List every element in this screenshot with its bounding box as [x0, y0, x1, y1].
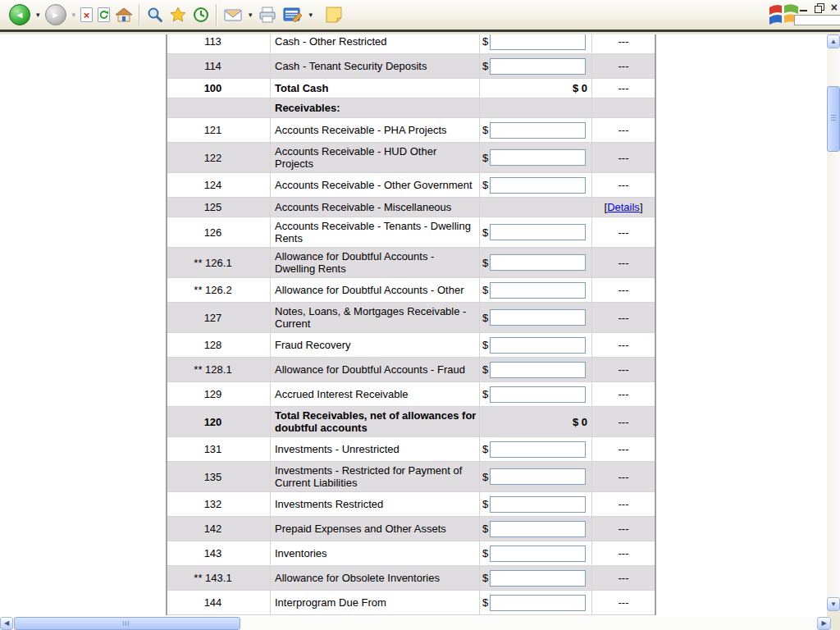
history-button[interactable]	[189, 2, 212, 28]
table-row: 113Cash - Other Restricted$---	[167, 34, 655, 54]
amount-input[interactable]	[490, 546, 586, 562]
vertical-scrollbar-thumb[interactable]	[827, 86, 840, 152]
table-row: 124Accounts Receivable - Other Governmen…	[167, 173, 655, 198]
print-button[interactable]	[255, 2, 280, 28]
status-cell: ---	[591, 358, 655, 381]
scroll-down-button[interactable]: ▼	[827, 597, 840, 611]
line-item-number: 142	[167, 517, 270, 541]
status-cell: [Details]	[591, 198, 655, 217]
amount-input[interactable]	[490, 570, 586, 587]
chevron-up-icon: ▲	[830, 39, 837, 45]
back-button[interactable]: ◄	[7, 2, 33, 28]
amount-input[interactable]	[490, 521, 586, 537]
edit-dropdown-button[interactable]: ▾	[306, 2, 316, 28]
mail-button[interactable]	[221, 2, 245, 28]
forward-button[interactable]: ►	[43, 2, 69, 28]
fds-line-item-table: 113Cash - Other Restricted$---114Cash - …	[166, 34, 656, 615]
line-item-number: 125	[167, 198, 270, 217]
amount-input[interactable]	[490, 254, 586, 271]
status-dashes: ---	[619, 82, 629, 94]
amount-input[interactable]	[490, 468, 586, 485]
status-dashes: ---	[619, 179, 629, 191]
amount-input[interactable]	[490, 177, 586, 194]
table-row: 120Total Receivables, net of allowances …	[167, 407, 655, 437]
back-dropdown-button[interactable]: ▾	[33, 2, 43, 28]
amount-input[interactable]	[490, 149, 586, 166]
status-cell: ---	[591, 79, 655, 98]
status-cell: ---	[591, 118, 655, 142]
status-dashes: ---	[619, 547, 629, 559]
status-cell: ---	[591, 278, 655, 302]
amount-cell: $	[480, 492, 591, 516]
status-dashes: ---	[619, 388, 629, 400]
line-item-number: 113	[167, 34, 270, 53]
line-item-description: Inventories	[270, 541, 480, 565]
mail-dropdown-button[interactable]: ▾	[245, 2, 255, 28]
chevron-down-icon: ▾	[309, 11, 313, 19]
line-item-description: Allowance for Doubtful Accounts - Fraud	[270, 358, 480, 381]
amount-input[interactable]	[490, 282, 586, 299]
status-cell: ---	[591, 333, 655, 357]
amount-input[interactable]	[490, 595, 586, 611]
line-item-number: 122	[167, 143, 270, 172]
browser-window: ◄ ▾ ► ▾ ×	[0, 0, 840, 630]
line-item-number: ** 128.1	[167, 358, 270, 381]
amount-input[interactable]	[490, 362, 586, 378]
status-dashes: ---	[619, 152, 629, 164]
amount-input[interactable]	[490, 34, 586, 50]
amount-input[interactable]	[490, 337, 586, 354]
forward-icon: ►	[45, 4, 66, 25]
amount-input[interactable]	[490, 386, 586, 403]
edit-button[interactable]	[280, 2, 306, 28]
line-item-description: Fraud Recovery	[270, 333, 480, 357]
table-row: 144Interprogram Due From$---	[167, 591, 655, 615]
chevron-down-icon: ▾	[249, 11, 253, 19]
amount-input[interactable]	[490, 496, 586, 513]
currency-symbol: $	[482, 596, 488, 609]
status-cell: ---	[591, 248, 655, 277]
scroll-right-button[interactable]: ▶	[817, 617, 831, 630]
table-row: 131Investments - Unrestricted$---	[167, 437, 655, 462]
vertical-scrollbar[interactable]: ▲ ▼	[827, 34, 840, 611]
home-button[interactable]	[112, 2, 135, 28]
line-item-number: 144	[167, 591, 270, 614]
restore-button[interactable]	[815, 3, 824, 12]
discuss-note-icon	[324, 5, 344, 25]
status-cell: ---	[591, 591, 655, 614]
status-dashes: ---	[619, 226, 629, 239]
discuss-button[interactable]	[322, 2, 346, 28]
stop-button[interactable]: ×	[78, 2, 95, 28]
table-row: 125Accounts Receivable - Miscellaneous[D…	[167, 198, 655, 217]
currency-symbol: $	[482, 226, 488, 239]
close-button[interactable]: ×	[831, 3, 838, 11]
refresh-button[interactable]	[95, 2, 112, 28]
line-item-number: 132	[167, 492, 270, 516]
amount-input[interactable]	[490, 309, 586, 326]
currency-symbol: $	[482, 60, 488, 72]
details-link[interactable]: Details	[607, 201, 640, 213]
currency-symbol: $	[482, 523, 488, 535]
line-item-number: ** 126.2	[167, 278, 270, 302]
forward-dropdown-button[interactable]: ▾	[69, 2, 79, 28]
amount-input[interactable]	[490, 58, 586, 75]
amount-cell: $	[480, 34, 591, 53]
minimize-button[interactable]	[800, 4, 807, 11]
amount-cell: $	[480, 217, 591, 247]
amount-input[interactable]	[490, 122, 586, 139]
status-dashes: ---	[619, 312, 629, 324]
amount-input[interactable]	[490, 224, 586, 240]
status-cell: ---	[591, 143, 655, 172]
scroll-left-button[interactable]: ◀	[0, 617, 13, 630]
horizontal-scrollbar[interactable]: ◀ ▶	[0, 617, 831, 630]
favorites-button[interactable]	[167, 2, 189, 28]
horizontal-scrollbar-thumb[interactable]	[14, 617, 240, 630]
scroll-up-button[interactable]: ▲	[827, 34, 840, 48]
search-icon	[146, 6, 164, 24]
amount-input[interactable]	[490, 441, 586, 458]
chevron-down-icon: ▾	[36, 11, 40, 19]
search-button[interactable]	[144, 2, 167, 28]
line-item-number: 128	[167, 333, 270, 357]
status-cell: ---	[591, 541, 655, 565]
line-item-description: Accounts Receivable - Other Government	[270, 173, 480, 197]
status-dashes: ---	[619, 416, 629, 428]
